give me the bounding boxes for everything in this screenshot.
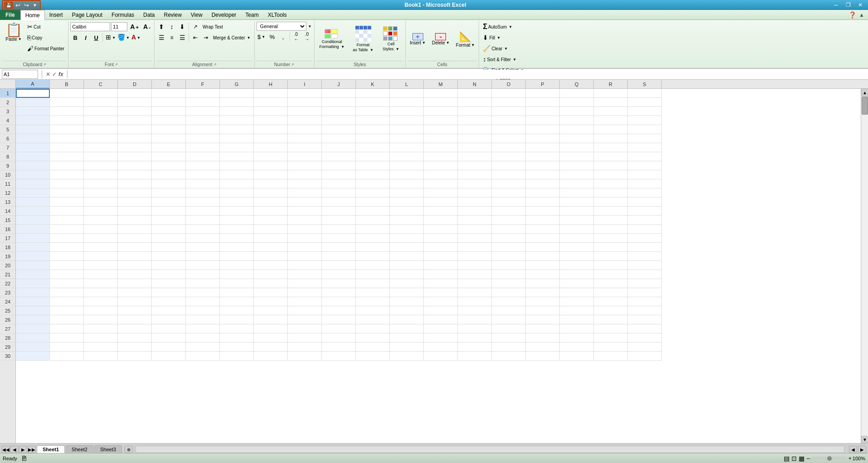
cell-N3[interactable] [458, 107, 492, 116]
cell-A7[interactable] [16, 143, 50, 152]
cell-G25[interactable] [220, 306, 254, 315]
cell-K26[interactable] [356, 315, 390, 324]
cell-O15[interactable] [492, 216, 526, 225]
cell-Q18[interactable] [560, 243, 594, 252]
cell-D6[interactable] [118, 134, 152, 143]
cell-B7[interactable] [50, 143, 84, 152]
cell-C22[interactable] [84, 279, 118, 288]
cell-J2[interactable] [322, 98, 356, 107]
cell-R4[interactable] [594, 116, 628, 125]
menu-team[interactable]: Team [241, 10, 263, 20]
insert-function-icon[interactable]: fx [58, 71, 63, 77]
cell-P4[interactable] [526, 116, 560, 125]
cell-S15[interactable] [628, 216, 662, 225]
cell-R5[interactable] [594, 125, 628, 134]
cell-C1[interactable] [84, 89, 118, 98]
cell-D10[interactable] [118, 170, 152, 179]
page-layout-view-button[interactable]: ⊡ [791, 455, 797, 462]
cell-P9[interactable] [526, 161, 560, 170]
cell-O6[interactable] [492, 134, 526, 143]
cell-D16[interactable] [118, 225, 152, 234]
cell-Q3[interactable] [560, 107, 594, 116]
cell-R22[interactable] [594, 279, 628, 288]
cell-P26[interactable] [526, 315, 560, 324]
cell-L13[interactable] [390, 198, 424, 207]
cell-L12[interactable] [390, 188, 424, 198]
row-num-11[interactable]: 11 [0, 179, 15, 188]
cell-P14[interactable] [526, 207, 560, 216]
cell-B24[interactable] [50, 297, 84, 306]
cell-P29[interactable] [526, 342, 560, 352]
cell-B11[interactable] [50, 179, 84, 188]
sheet-tab-2[interactable]: Sheet2 [66, 445, 93, 453]
cell-E13[interactable] [152, 198, 186, 207]
cell-Q27[interactable] [560, 324, 594, 333]
row-num-7[interactable]: 7 [0, 143, 15, 152]
cell-F12[interactable] [186, 188, 220, 198]
cell-D24[interactable] [118, 297, 152, 306]
cell-E28[interactable] [152, 333, 186, 342]
cell-P16[interactable] [526, 225, 560, 234]
cell-O16[interactable] [492, 225, 526, 234]
cell-J14[interactable] [322, 207, 356, 216]
cell-S12[interactable] [628, 188, 662, 198]
clear-button[interactable]: 🧹 Clear ▼ [481, 43, 509, 53]
cell-I5[interactable] [288, 125, 322, 134]
cell-E4[interactable] [152, 116, 186, 125]
col-header-F[interactable]: F [186, 80, 220, 88]
cell-F1[interactable] [186, 89, 220, 98]
row-num-21[interactable]: 21 [0, 270, 15, 279]
cell-I9[interactable] [288, 161, 322, 170]
cell-L5[interactable] [390, 125, 424, 134]
cell-C27[interactable] [84, 324, 118, 333]
cell-R13[interactable] [594, 198, 628, 207]
cell-J16[interactable] [322, 225, 356, 234]
cell-B19[interactable] [50, 252, 84, 261]
cell-A17[interactable] [16, 234, 50, 243]
cell-A13[interactable] [16, 198, 50, 207]
cell-J23[interactable] [322, 288, 356, 297]
cell-C26[interactable] [84, 315, 118, 324]
cell-E23[interactable] [152, 288, 186, 297]
cell-K15[interactable] [356, 216, 390, 225]
fill-color-dropdown[interactable]: ▼ [126, 36, 130, 40]
cell-B26[interactable] [50, 315, 84, 324]
cell-M17[interactable] [424, 234, 458, 243]
cell-I6[interactable] [288, 134, 322, 143]
cell-R12[interactable] [594, 188, 628, 198]
cell-O22[interactable] [492, 279, 526, 288]
row-num-26[interactable]: 26 [0, 315, 15, 324]
cell-B9[interactable] [50, 161, 84, 170]
cell-D21[interactable] [118, 270, 152, 279]
cell-A11[interactable] [16, 179, 50, 188]
cell-B23[interactable] [50, 288, 84, 297]
cell-Q9[interactable] [560, 161, 594, 170]
cell-A2[interactable] [16, 98, 50, 107]
cell-O7[interactable] [492, 143, 526, 152]
cell-A5[interactable] [16, 125, 50, 134]
cell-E6[interactable] [152, 134, 186, 143]
cell-H6[interactable] [254, 134, 288, 143]
cell-L8[interactable] [390, 152, 424, 161]
cell-P23[interactable] [526, 288, 560, 297]
cell-O23[interactable] [492, 288, 526, 297]
cell-P21[interactable] [526, 270, 560, 279]
cell-I2[interactable] [288, 98, 322, 107]
cell-R10[interactable] [594, 170, 628, 179]
cell-F15[interactable] [186, 216, 220, 225]
percent-button[interactable]: % [267, 32, 277, 42]
cell-J3[interactable] [322, 107, 356, 116]
cell-C4[interactable] [84, 116, 118, 125]
row-num-20[interactable]: 20 [0, 261, 15, 270]
cell-S17[interactable] [628, 234, 662, 243]
cell-Q28[interactable] [560, 333, 594, 342]
cell-K28[interactable] [356, 333, 390, 342]
cell-G11[interactable] [220, 179, 254, 188]
cell-Q20[interactable] [560, 261, 594, 270]
row-num-16[interactable]: 16 [0, 225, 15, 234]
cell-K9[interactable] [356, 161, 390, 170]
number-format-dropdown[interactable]: ▼ [308, 24, 312, 29]
cell-P13[interactable] [526, 198, 560, 207]
menu-home[interactable]: Home [20, 10, 45, 20]
cell-B28[interactable] [50, 333, 84, 342]
